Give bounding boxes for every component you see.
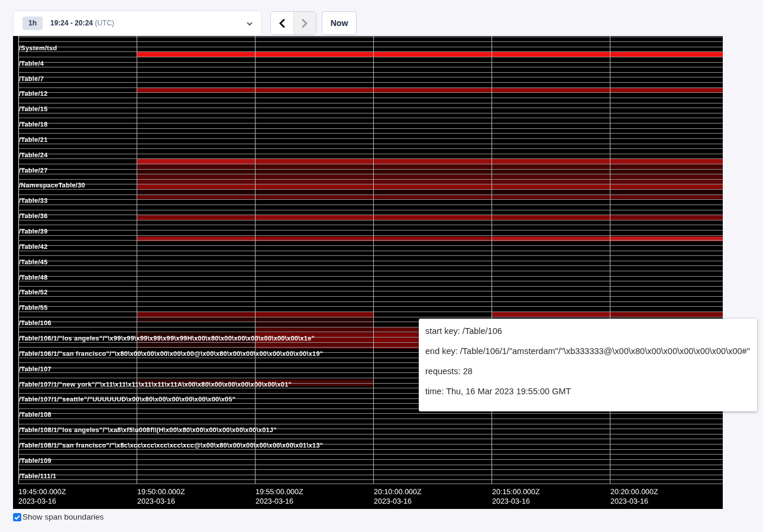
svg-text:20:15:00.000Z: 20:15:00.000Z	[492, 488, 540, 496]
svg-text:/Table/109: /Table/109	[19, 458, 51, 465]
svg-text:/Table/107/1/"seattle"/"UUUUUU: /Table/107/1/"seattle"/"UUUUUUD\x00\x80\…	[19, 396, 235, 403]
svg-text:/Table/12: /Table/12	[19, 90, 48, 98]
svg-text:/Table/108: /Table/108	[19, 411, 51, 419]
svg-text:/Table/33: /Table/33	[19, 197, 48, 205]
svg-text:/Table/52: /Table/52	[19, 289, 48, 296]
svg-text:/Table/55: /Table/55	[19, 304, 48, 312]
svg-text:/NamespaceTable/30: /NamespaceTable/30	[19, 182, 85, 189]
svg-text:/System/tsd: /System/tsd	[19, 45, 57, 52]
svg-text:/Table/106/1/"los angeles"/"\x: /Table/106/1/"los angeles"/"\x99\x99\x99…	[19, 335, 315, 342]
svg-text:/Table/45: /Table/45	[19, 259, 48, 266]
svg-text:/Table/39: /Table/39	[19, 228, 48, 235]
svg-text:/Table/42: /Table/42	[19, 244, 48, 251]
svg-text:2023-03-16: 2023-03-16	[256, 497, 293, 505]
svg-text:/Table/24: /Table/24	[19, 152, 48, 159]
svg-text:/Table/21: /Table/21	[19, 137, 48, 144]
svg-text:/Table/48: /Table/48	[19, 274, 48, 281]
svg-text:20:20:00.000Z: 20:20:00.000Z	[610, 488, 658, 496]
svg-text:2023-03-16: 2023-03-16	[610, 497, 648, 505]
svg-text:2023-03-16: 2023-03-16	[18, 497, 56, 505]
svg-text:2023-03-16: 2023-03-16	[374, 497, 412, 505]
svg-text:19:45:00.000Z: 19:45:00.000Z	[18, 488, 66, 496]
svg-text:/Table/111/1: /Table/111/1	[19, 473, 56, 480]
svg-text:/Table/108/1/"san francisco"/": /Table/108/1/"san francisco"/"\x8c\xcc\x…	[19, 442, 323, 449]
svg-text:/Table/7: /Table/7	[19, 76, 44, 83]
svg-text:/Table/107/1/"new york"/"\x11\: /Table/107/1/"new york"/"\x11\x11\x11\x1…	[19, 381, 292, 388]
svg-text:/Table/106: /Table/106	[19, 320, 51, 327]
svg-text:/Table/4: /Table/4	[19, 60, 44, 67]
svg-text:2023-03-16: 2023-03-16	[492, 497, 530, 505]
svg-text:/Table/36: /Table/36	[19, 213, 48, 220]
svg-text:/Table/18: /Table/18	[19, 121, 48, 128]
svg-text:19:50:00.000Z: 19:50:00.000Z	[137, 488, 185, 496]
svg-text:/Table/107: /Table/107	[19, 366, 51, 373]
svg-text:20:10:00.000Z: 20:10:00.000Z	[374, 488, 422, 496]
svg-text:/Table/27: /Table/27	[19, 167, 48, 174]
svg-text:/Table/15: /Table/15	[19, 106, 48, 113]
svg-text:/Table/106/1/"san francisco"/": /Table/106/1/"san francisco"/"\x80\x00\x…	[19, 351, 323, 358]
svg-text:/Table/108/1/"los angeles"/"\x: /Table/108/1/"los angeles"/"\xa8\xf5\u00…	[19, 427, 277, 434]
svg-text:19:55:00.000Z: 19:55:00.000Z	[256, 488, 303, 496]
svg-text:2023-03-16: 2023-03-16	[137, 497, 175, 505]
